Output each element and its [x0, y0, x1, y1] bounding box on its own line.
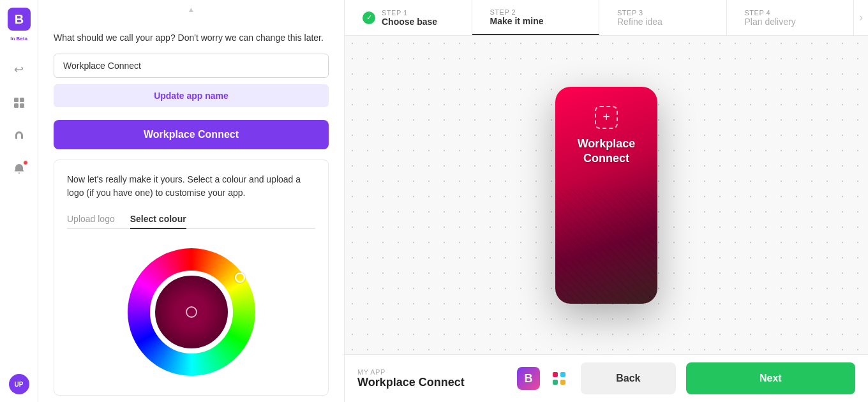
svg-rect-5: [20, 103, 24, 108]
step-4-number: STEP 4: [745, 9, 796, 17]
color-wheel-ring[interactable]: [128, 248, 255, 376]
layout-icon[interactable]: [9, 93, 29, 113]
svg-rect-3: [20, 98, 24, 102]
tab-upload-logo[interactable]: Upload logo: [67, 210, 115, 229]
phone-app-name: Workplace Connect: [565, 137, 647, 167]
step-1-number: STEP 1: [382, 9, 437, 17]
app-name-section: What should we call your app? Don't worr…: [54, 32, 329, 107]
app-name-input[interactable]: [54, 54, 329, 78]
phone-add-icon[interactable]: +: [595, 106, 618, 129]
color-center-dot: [186, 306, 197, 318]
step-4: STEP 4 Plan delivery: [727, 0, 855, 35]
color-wheel[interactable]: [121, 242, 262, 382]
step-2: STEP 2 Make it mine: [472, 0, 600, 35]
headset-icon[interactable]: [9, 126, 29, 146]
phone-bg-texture: [555, 189, 657, 304]
color-wheel-handle[interactable]: [235, 272, 245, 283]
back-button[interactable]: Back: [581, 362, 676, 394]
step-2-label: Make it mine: [490, 16, 544, 26]
step-1: ✓ STEP 1 Choose base: [345, 0, 472, 35]
notification-dot: [23, 160, 28, 165]
step-1-check: ✓: [363, 11, 375, 24]
my-app-label: MY APP: [357, 368, 465, 376]
svg-text:B: B: [14, 12, 23, 26]
bottom-slack-logo: [548, 367, 571, 390]
steps-header: ✓ STEP 1 Choose base STEP 2 Make it mine…: [345, 0, 868, 36]
svg-rect-9: [560, 380, 565, 385]
app-name-label: What should we call your app? Don't worr…: [54, 32, 329, 45]
undo-icon[interactable]: ↩: [9, 59, 29, 80]
svg-rect-8: [553, 380, 558, 385]
svg-rect-4: [14, 103, 19, 108]
bottom-logos: B: [517, 367, 571, 390]
step-3-number: STEP 3: [617, 9, 662, 17]
phone-mockup: + Workplace Connect: [555, 87, 657, 304]
my-app-name: Workplace Connect: [357, 376, 465, 389]
bottom-bar: MY APP Workplace Connect B Back Next: [345, 354, 868, 402]
color-wheel-inner[interactable]: [150, 271, 233, 354]
notification-icon[interactable]: [9, 159, 29, 179]
colour-tabs: Upload logo Select colour: [67, 210, 315, 229]
brand-logo[interactable]: B: [8, 8, 31, 31]
step-1-label: Choose base: [382, 17, 437, 27]
steps-chevron: ›: [854, 11, 868, 24]
customise-label: Now let's really make it yours. Select a…: [67, 173, 315, 200]
bottom-b-logo: B: [517, 367, 540, 390]
step-2-number: STEP 2: [490, 8, 544, 16]
svg-rect-7: [560, 372, 565, 377]
tab-select-colour[interactable]: Select colour: [130, 210, 186, 229]
app-preview-button[interactable]: Workplace Connect: [54, 120, 329, 149]
update-app-name-button[interactable]: Update app name: [54, 84, 329, 107]
bottom-actions: Back Next: [581, 362, 855, 394]
scroll-up-indicator: ▲: [38, 0, 344, 19]
my-app-info: MY APP Workplace Connect: [357, 368, 465, 389]
step-3: STEP 3 Refine idea: [599, 0, 727, 35]
canvas-area: + Workplace Connect: [345, 36, 868, 354]
user-avatar[interactable]: UP: [9, 374, 29, 394]
beta-badge: In Beta: [10, 36, 27, 41]
sidebar: B In Beta ↩ UP: [0, 0, 38, 402]
customise-section: Now let's really make it yours. Select a…: [54, 160, 329, 396]
svg-rect-2: [14, 98, 19, 102]
svg-rect-6: [553, 372, 558, 377]
step-4-label: Plan delivery: [745, 17, 796, 27]
right-panel: ✓ STEP 1 Choose base STEP 2 Make it mine…: [345, 0, 868, 402]
step-3-label: Refine idea: [617, 17, 662, 27]
left-panel: ▲ What should we call your app? Don't wo…: [38, 0, 345, 402]
next-button[interactable]: Next: [686, 362, 855, 394]
